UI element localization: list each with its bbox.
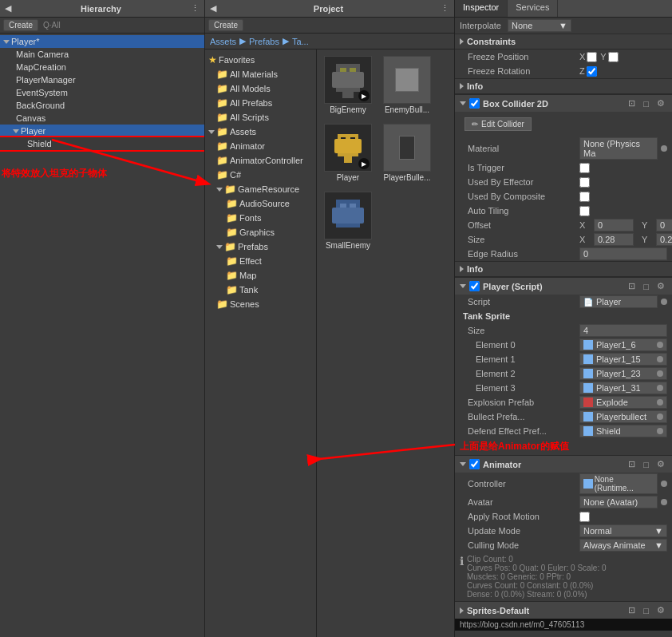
tree-effect[interactable]: 📁 Effect	[205, 254, 316, 268]
update-mode-dropdown[interactable]: Normal ▼	[579, 524, 667, 537]
constraints-section[interactable]: Constraints	[455, 34, 672, 49]
avatar-dot[interactable]	[661, 499, 667, 505]
element3-value[interactable]: Player1_31	[579, 382, 667, 394]
script-ref[interactable]: 📄 Player	[579, 295, 658, 308]
component-settings-btn[interactable]: ⚙	[654, 97, 667, 109]
used-by-composite-checkbox[interactable]	[579, 192, 590, 202]
defend-effect-input[interactable]: Shield	[579, 425, 667, 437]
element2-dot[interactable]	[657, 370, 663, 377]
breadcrumb-assets[interactable]: Assets	[210, 37, 236, 46]
hierarchy-item-player-group[interactable]: Player*	[0, 35, 204, 48]
edit-collider-button[interactable]: ✏ Edit Collider	[464, 117, 532, 131]
tree-all-scripts[interactable]: 📁 All Scripts	[205, 110, 316, 125]
component-icon-btn3[interactable]: ⊡	[626, 280, 638, 292]
explosion-dot[interactable]	[657, 399, 663, 406]
asset-small-enemy[interactable]: SmallEnemy	[320, 188, 376, 253]
defend-dot[interactable]	[657, 428, 663, 434]
element1-value[interactable]: Player1_15	[579, 353, 667, 366]
hierarchy-search[interactable]: Q·All	[43, 21, 61, 30]
hierarchy-item-map-creation[interactable]: MapCreation	[0, 61, 204, 73]
tree-gameresource[interactable]: 📁 GameResource	[205, 182, 316, 196]
auto-tiling-checkbox[interactable]	[579, 206, 590, 216]
component-icon-btn6[interactable]: □	[641, 459, 651, 470]
tree-csharp[interactable]: 📁 C#	[205, 168, 316, 182]
asset-player-bullet[interactable]: PlayerBulle...	[379, 121, 435, 185]
element2-value[interactable]: Player1_23	[579, 367, 667, 380]
component-icon-btn5[interactable]: ⊡	[626, 458, 638, 470]
info-section1[interactable]: Info	[455, 78, 672, 94]
tree-scenes[interactable]: 📁 Scenes	[205, 297, 316, 311]
tree-animator-controller[interactable]: 📁 AnimatorController	[205, 153, 316, 168]
element3-dot[interactable]	[657, 385, 663, 391]
apply-root-motion-value	[579, 512, 667, 522]
freeze-y-checkbox[interactable]	[608, 52, 619, 62]
breadcrumb-ta[interactable]: Ta...	[292, 37, 309, 46]
tree-favorites[interactable]: ★ Favorites	[205, 53, 316, 67]
breadcrumb-prefabs[interactable]: Prefabs	[249, 37, 279, 46]
edge-radius-input[interactable]	[579, 247, 667, 260]
component-icon-btn1[interactable]: ⊡	[626, 97, 638, 109]
box-collider-enable-checkbox[interactable]	[469, 98, 480, 109]
avatar-input[interactable]: None (Avatar)	[579, 496, 658, 508]
script-dot[interactable]	[661, 299, 667, 305]
component-icon-btn7[interactable]: ⊡	[626, 604, 638, 616]
size-x-input[interactable]	[594, 233, 634, 246]
bullet-prefab-input[interactable]: Playerbullect	[579, 410, 667, 423]
hierarchy-create-button[interactable]: Create	[3, 19, 38, 31]
freeze-x-checkbox[interactable]	[587, 52, 597, 62]
offset-x-input[interactable]	[594, 219, 634, 231]
tab-inspector[interactable]: Inspector	[455, 0, 508, 17]
used-by-effector-checkbox[interactable]	[579, 177, 590, 188]
player-script-enable-checkbox[interactable]	[469, 281, 480, 291]
asset-enemy-bullet[interactable]: EnemyBull...	[379, 53, 435, 117]
controller-input[interactable]: None (Runtime...	[579, 473, 658, 494]
culling-mode-dropdown[interactable]: Always Animate ▼	[579, 539, 667, 552]
tree-graphics[interactable]: 📁 Graphics	[205, 225, 316, 239]
material-input[interactable]: None (Physics Ma	[579, 137, 658, 160]
component-icon-btn8[interactable]: □	[641, 605, 651, 616]
tree-animator[interactable]: 📁 Animator	[205, 139, 316, 153]
component-settings-btn3[interactable]: ⚙	[654, 458, 667, 470]
hierarchy-item-event-system[interactable]: EventSystem	[0, 86, 204, 99]
tree-map[interactable]: 📁 Map	[205, 268, 316, 283]
is-trigger-checkbox[interactable]	[579, 163, 590, 173]
hierarchy-item-player-manager[interactable]: PlayerManager	[0, 73, 204, 86]
tree-prefabs[interactable]: 📁 Prefabs	[205, 239, 316, 254]
project-create-button[interactable]: Create	[208, 19, 243, 31]
freeze-z-checkbox[interactable]	[587, 66, 597, 77]
hierarchy-item-background[interactable]: BackGround	[0, 99, 204, 112]
bullet-dot[interactable]	[657, 413, 663, 420]
tree-all-materials[interactable]: 📁 All Materials	[205, 67, 316, 81]
tree-fonts[interactable]: 📁 Fonts	[205, 211, 316, 225]
tree-tank[interactable]: 📁 Tank	[205, 283, 316, 297]
asset-big-enemy[interactable]: ▶ BigEnemy	[320, 53, 376, 117]
size2-input[interactable]	[579, 324, 667, 337]
tree-assets[interactable]: 📁 Assets	[205, 125, 316, 139]
component-settings-btn2[interactable]: ⚙	[654, 280, 667, 292]
interpolate-value[interactable]: None ▼	[508, 19, 571, 32]
component-settings-btn4[interactable]: ⚙	[654, 604, 667, 616]
component-icon-btn2[interactable]: □	[641, 98, 651, 109]
animator-enable-checkbox[interactable]	[469, 459, 480, 469]
tree-all-models[interactable]: 📁 All Models	[205, 81, 316, 96]
hierarchy-item-main-camera[interactable]: Main Camera	[0, 48, 204, 61]
hierarchy-item-canvas[interactable]: Canvas	[0, 112, 204, 125]
element0-dot[interactable]	[657, 342, 663, 348]
offset-y-input[interactable]	[656, 219, 672, 231]
asset-player[interactable]: ▶ Player	[320, 121, 376, 185]
update-mode-value: Normal ▼	[579, 524, 667, 537]
component-icon-btn4[interactable]: □	[641, 281, 651, 292]
material-dot[interactable]	[661, 145, 667, 152]
controller-dot[interactable]	[661, 481, 667, 487]
tab-services[interactable]: Services	[508, 0, 558, 17]
size-y-input[interactable]	[656, 233, 672, 246]
apply-root-motion-checkbox[interactable]	[579, 512, 590, 522]
hierarchy-item-shield[interactable]: Shield	[0, 137, 204, 150]
element1-dot[interactable]	[657, 356, 663, 362]
tree-all-prefabs[interactable]: 📁 All Prefabs	[205, 96, 316, 110]
hierarchy-item-player[interactable]: Player	[0, 125, 204, 137]
explosion-prefab-input[interactable]: Explode	[579, 396, 667, 409]
info-section2[interactable]: Info	[455, 261, 672, 277]
tree-audiosource[interactable]: 📁 AudioSource	[205, 196, 316, 211]
element0-value[interactable]: Player1_6	[579, 338, 667, 351]
